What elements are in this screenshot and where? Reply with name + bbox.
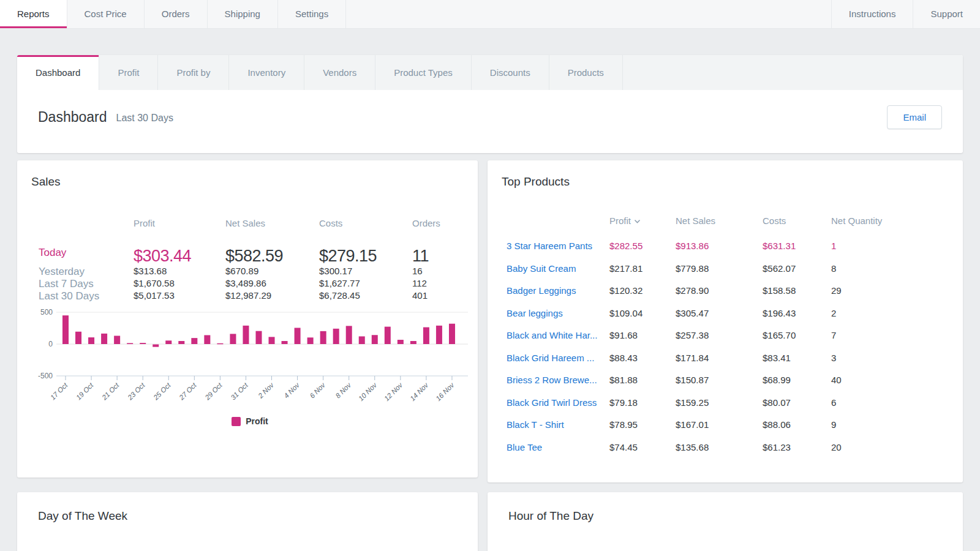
- legend-swatch-profit: [232, 417, 241, 426]
- tab-profit-by[interactable]: Profit by: [158, 55, 229, 90]
- svg-text:4 Nov: 4 Nov: [282, 381, 301, 400]
- nav-item-cost-price[interactable]: Cost Price: [67, 0, 145, 28]
- tab-products[interactable]: Products: [549, 55, 623, 90]
- svg-text:0: 0: [48, 340, 53, 348]
- svg-text:2 Nov: 2 Nov: [256, 381, 275, 400]
- sales-value-text: $6,728.45: [319, 290, 360, 301]
- sales-value-text: 401: [412, 290, 428, 301]
- sales-value-text: $313.68: [134, 266, 167, 276]
- svg-text:10 Nov: 10 Nov: [357, 381, 379, 402]
- product-value-text: 6: [831, 397, 836, 420]
- day-of-week-card: Day of The Week 400: [17, 492, 478, 551]
- product-value-text: $171.84: [676, 353, 709, 375]
- product-value-text: $159.25: [676, 397, 709, 420]
- nav-item-settings[interactable]: Settings: [278, 0, 346, 28]
- tab-discounts[interactable]: Discounts: [472, 55, 549, 90]
- sales-col-header-orders: Orders: [412, 218, 478, 247]
- sales-value: 16: [412, 266, 478, 278]
- page-title: Dashboard: [38, 109, 107, 126]
- product-link-badger-leggings[interactable]: Badger Leggings: [507, 285, 609, 308]
- product-value: $80.07: [763, 397, 831, 420]
- nav-item-support[interactable]: Support: [913, 0, 980, 28]
- sales-col-spacer: [39, 218, 134, 247]
- product-link-3-star-hareem-pants[interactable]: 3 Star Hareem Pants: [507, 241, 609, 263]
- product-value: $91.68: [609, 330, 676, 353]
- top-products-table: ProfitNet SalesCostsNet Quantity3 Star H…: [507, 216, 948, 464]
- product-value: 40: [831, 375, 948, 397]
- product-value: 3: [831, 353, 948, 375]
- sales-profit-bar-chart: 5000-50017 Oct19 Oct21 Oct23 Oct25 Oct27…: [32, 304, 478, 413]
- product-value-text: $78.95: [609, 419, 638, 442]
- product-link-baby-suit-cream[interactable]: Baby Suit Cream: [507, 263, 609, 286]
- product-link-black-grid-twirl-dress[interactable]: Black Grid Twirl Dress: [507, 397, 609, 420]
- nav-item-reports[interactable]: Reports: [0, 0, 67, 28]
- product-value: 6: [831, 397, 948, 420]
- product-link-black-and-white-har[interactable]: Black and White Har...: [507, 330, 609, 353]
- sales-row-label-last-7-days: Last 7 Days: [39, 278, 134, 290]
- nav-item-shipping[interactable]: Shipping: [208, 0, 278, 28]
- product-value: $61.23: [763, 442, 831, 465]
- product-value-text: 20: [831, 442, 842, 465]
- nav-item-orders[interactable]: Orders: [145, 0, 208, 28]
- tab-dashboard[interactable]: Dashboard: [17, 55, 99, 90]
- product-value: 2: [831, 308, 948, 331]
- product-value: $257.38: [676, 330, 763, 353]
- product-value-text: 7: [831, 330, 836, 353]
- product-value: $68.99: [763, 375, 831, 397]
- sales-value: $12,987.29: [225, 290, 319, 302]
- report-header-card: DashboardProfitProfit byInventoryVendors…: [17, 55, 963, 153]
- product-value: $165.70: [763, 330, 831, 353]
- products-col-header-profit[interactable]: Profit: [609, 216, 676, 241]
- product-link-bear-leggings[interactable]: Bear leggings: [507, 308, 609, 331]
- product-value: $779.88: [676, 263, 763, 286]
- sales-row-label-text: Last 30 Days: [39, 290, 99, 302]
- svg-text:-500: -500: [38, 372, 53, 380]
- product-link-blue-tee[interactable]: Blue Tee: [507, 442, 609, 465]
- report-tabs: DashboardProfitProfit byInventoryVendors…: [17, 55, 963, 90]
- sales-value-text: $12,987.29: [225, 290, 271, 301]
- product-value: $109.04: [609, 308, 676, 331]
- product-link-black-grid-hareem[interactable]: Black Grid Hareem ...: [507, 353, 609, 375]
- products-col-header-net-sales[interactable]: Net Sales: [676, 216, 763, 241]
- svg-text:27 Oct: 27 Oct: [178, 381, 198, 402]
- product-value: $88.06: [763, 419, 831, 442]
- sales-col-header-costs: Costs: [319, 218, 412, 247]
- product-value: $282.55: [609, 241, 676, 263]
- nav-item-instructions[interactable]: Instructions: [831, 0, 913, 28]
- product-value-text: $80.07: [763, 397, 791, 420]
- product-value-text: $88.43: [609, 353, 638, 375]
- sales-value: $313.68: [134, 266, 225, 278]
- product-value: $135.68: [676, 442, 763, 465]
- sales-value: $1,670.58: [134, 278, 225, 290]
- svg-text:16 Nov: 16 Nov: [434, 381, 456, 402]
- hour-of-day-card: Hour of The Day 800: [488, 492, 963, 551]
- sales-value: $5,017.53: [134, 290, 225, 302]
- products-col-header-net-quantity[interactable]: Net Quantity: [831, 216, 948, 241]
- email-button[interactable]: Email: [887, 105, 942, 129]
- svg-text:21 Oct: 21 Oct: [100, 381, 121, 402]
- tab-product-types[interactable]: Product Types: [375, 55, 472, 90]
- svg-text:500: 500: [40, 308, 53, 317]
- product-value-text: $81.88: [609, 375, 638, 397]
- product-value: 29: [831, 285, 948, 308]
- top-nav: ReportsCost PriceOrdersShippingSettings …: [0, 0, 980, 29]
- product-value-text: 9: [831, 419, 836, 442]
- product-value: $278.90: [676, 285, 763, 308]
- svg-text:19 Oct: 19 Oct: [75, 381, 95, 401]
- sales-chart-svg: 5000-50017 Oct19 Oct21 Oct23 Oct25 Oct27…: [32, 304, 468, 413]
- main-cards-row: Sales ProfitNet SalesCostsOrdersToday$30…: [17, 160, 963, 482]
- report-header: Dashboard Last 30 Days Email: [17, 90, 963, 153]
- tab-profit[interactable]: Profit: [99, 55, 158, 90]
- product-value: $83.41: [763, 353, 831, 375]
- product-link-briess-2-row-brewe[interactable]: Briess 2 Row Brewe...: [507, 375, 609, 397]
- tab-vendors[interactable]: Vendors: [304, 55, 375, 90]
- product-value: $150.87: [676, 375, 763, 397]
- product-value: $158.58: [763, 285, 831, 308]
- sales-row-label-last-30-days: Last 30 Days: [39, 290, 134, 302]
- sales-summary-table: ProfitNet SalesCostsOrdersToday$303.44$5…: [39, 218, 478, 302]
- tab-inventory[interactable]: Inventory: [229, 55, 304, 90]
- product-value: $217.81: [609, 263, 676, 286]
- product-link-black-t-shirt[interactable]: Black T - Shirt: [507, 419, 609, 442]
- products-col-header-costs[interactable]: Costs: [763, 216, 831, 241]
- sales-value: 401: [412, 290, 478, 302]
